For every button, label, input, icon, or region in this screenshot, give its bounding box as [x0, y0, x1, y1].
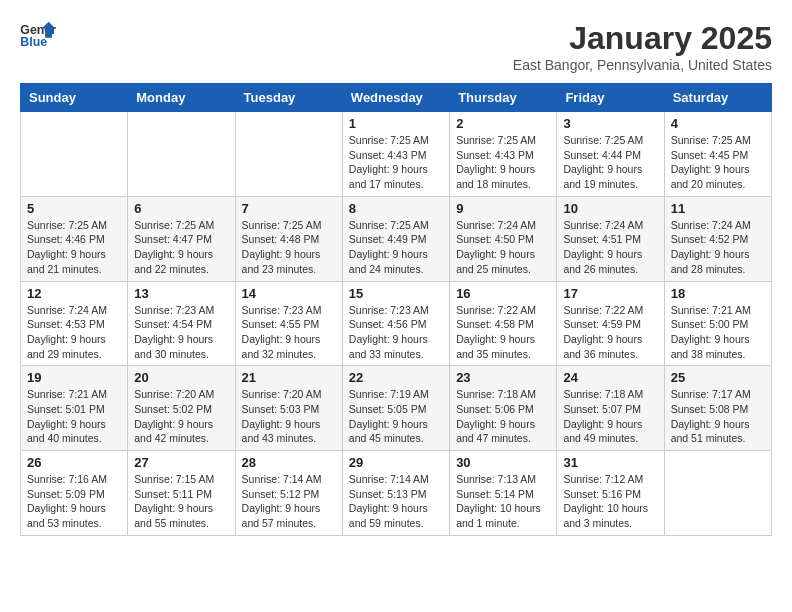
- day-number: 24: [563, 370, 657, 385]
- day-info: Sunrise: 7:17 AM Sunset: 5:08 PM Dayligh…: [671, 387, 765, 446]
- header: General Blue January 2025 East Bangor, P…: [20, 20, 772, 73]
- day-info: Sunrise: 7:18 AM Sunset: 5:07 PM Dayligh…: [563, 387, 657, 446]
- svg-text:Blue: Blue: [20, 35, 47, 49]
- day-info: Sunrise: 7:25 AM Sunset: 4:43 PM Dayligh…: [349, 133, 443, 192]
- day-number: 13: [134, 286, 228, 301]
- calendar-cell: 17Sunrise: 7:22 AM Sunset: 4:59 PM Dayli…: [557, 281, 664, 366]
- calendar-cell: 21Sunrise: 7:20 AM Sunset: 5:03 PM Dayli…: [235, 366, 342, 451]
- weekday-header-cell: Thursday: [450, 84, 557, 112]
- day-number: 20: [134, 370, 228, 385]
- calendar-week-row: 12Sunrise: 7:24 AM Sunset: 4:53 PM Dayli…: [21, 281, 772, 366]
- weekday-header-cell: Monday: [128, 84, 235, 112]
- day-number: 7: [242, 201, 336, 216]
- calendar-cell: 9Sunrise: 7:24 AM Sunset: 4:50 PM Daylig…: [450, 196, 557, 281]
- weekday-header-cell: Tuesday: [235, 84, 342, 112]
- day-number: 2: [456, 116, 550, 131]
- calendar-cell: 12Sunrise: 7:24 AM Sunset: 4:53 PM Dayli…: [21, 281, 128, 366]
- calendar-cell: 27Sunrise: 7:15 AM Sunset: 5:11 PM Dayli…: [128, 451, 235, 536]
- day-info: Sunrise: 7:24 AM Sunset: 4:53 PM Dayligh…: [27, 303, 121, 362]
- day-number: 11: [671, 201, 765, 216]
- day-number: 8: [349, 201, 443, 216]
- day-number: 16: [456, 286, 550, 301]
- day-info: Sunrise: 7:23 AM Sunset: 4:55 PM Dayligh…: [242, 303, 336, 362]
- day-info: Sunrise: 7:14 AM Sunset: 5:12 PM Dayligh…: [242, 472, 336, 531]
- calendar-week-row: 1Sunrise: 7:25 AM Sunset: 4:43 PM Daylig…: [21, 112, 772, 197]
- day-info: Sunrise: 7:12 AM Sunset: 5:16 PM Dayligh…: [563, 472, 657, 531]
- calendar-cell: 28Sunrise: 7:14 AM Sunset: 5:12 PM Dayli…: [235, 451, 342, 536]
- day-info: Sunrise: 7:20 AM Sunset: 5:03 PM Dayligh…: [242, 387, 336, 446]
- weekday-header-cell: Sunday: [21, 84, 128, 112]
- calendar-cell: 6Sunrise: 7:25 AM Sunset: 4:47 PM Daylig…: [128, 196, 235, 281]
- day-number: 4: [671, 116, 765, 131]
- day-number: 22: [349, 370, 443, 385]
- calendar-cell: 14Sunrise: 7:23 AM Sunset: 4:55 PM Dayli…: [235, 281, 342, 366]
- day-number: 25: [671, 370, 765, 385]
- day-info: Sunrise: 7:21 AM Sunset: 5:01 PM Dayligh…: [27, 387, 121, 446]
- day-number: 14: [242, 286, 336, 301]
- day-info: Sunrise: 7:23 AM Sunset: 4:56 PM Dayligh…: [349, 303, 443, 362]
- day-info: Sunrise: 7:22 AM Sunset: 4:59 PM Dayligh…: [563, 303, 657, 362]
- calendar-cell: 5Sunrise: 7:25 AM Sunset: 4:46 PM Daylig…: [21, 196, 128, 281]
- weekday-header-row: SundayMondayTuesdayWednesdayThursdayFrid…: [21, 84, 772, 112]
- calendar-cell: 29Sunrise: 7:14 AM Sunset: 5:13 PM Dayli…: [342, 451, 449, 536]
- day-info: Sunrise: 7:25 AM Sunset: 4:49 PM Dayligh…: [349, 218, 443, 277]
- day-number: 12: [27, 286, 121, 301]
- calendar-cell: [235, 112, 342, 197]
- day-number: 17: [563, 286, 657, 301]
- day-number: 29: [349, 455, 443, 470]
- weekday-header-cell: Saturday: [664, 84, 771, 112]
- calendar-cell: 15Sunrise: 7:23 AM Sunset: 4:56 PM Dayli…: [342, 281, 449, 366]
- day-number: 30: [456, 455, 550, 470]
- day-number: 21: [242, 370, 336, 385]
- weekday-header-cell: Wednesday: [342, 84, 449, 112]
- day-info: Sunrise: 7:16 AM Sunset: 5:09 PM Dayligh…: [27, 472, 121, 531]
- calendar: SundayMondayTuesdayWednesdayThursdayFrid…: [20, 83, 772, 536]
- calendar-cell: 7Sunrise: 7:25 AM Sunset: 4:48 PM Daylig…: [235, 196, 342, 281]
- calendar-cell: 4Sunrise: 7:25 AM Sunset: 4:45 PM Daylig…: [664, 112, 771, 197]
- calendar-week-row: 5Sunrise: 7:25 AM Sunset: 4:46 PM Daylig…: [21, 196, 772, 281]
- day-number: 31: [563, 455, 657, 470]
- logo: General Blue: [20, 20, 56, 50]
- day-info: Sunrise: 7:25 AM Sunset: 4:45 PM Dayligh…: [671, 133, 765, 192]
- day-info: Sunrise: 7:24 AM Sunset: 4:52 PM Dayligh…: [671, 218, 765, 277]
- calendar-cell: 22Sunrise: 7:19 AM Sunset: 5:05 PM Dayli…: [342, 366, 449, 451]
- title-area: January 2025 East Bangor, Pennsylvania, …: [513, 20, 772, 73]
- calendar-cell: 25Sunrise: 7:17 AM Sunset: 5:08 PM Dayli…: [664, 366, 771, 451]
- day-number: 23: [456, 370, 550, 385]
- calendar-cell: 11Sunrise: 7:24 AM Sunset: 4:52 PM Dayli…: [664, 196, 771, 281]
- calendar-cell: 13Sunrise: 7:23 AM Sunset: 4:54 PM Dayli…: [128, 281, 235, 366]
- day-number: 9: [456, 201, 550, 216]
- calendar-week-row: 19Sunrise: 7:21 AM Sunset: 5:01 PM Dayli…: [21, 366, 772, 451]
- calendar-cell: 31Sunrise: 7:12 AM Sunset: 5:16 PM Dayli…: [557, 451, 664, 536]
- day-info: Sunrise: 7:25 AM Sunset: 4:46 PM Dayligh…: [27, 218, 121, 277]
- calendar-body: 1Sunrise: 7:25 AM Sunset: 4:43 PM Daylig…: [21, 112, 772, 536]
- day-number: 6: [134, 201, 228, 216]
- day-info: Sunrise: 7:25 AM Sunset: 4:44 PM Dayligh…: [563, 133, 657, 192]
- day-info: Sunrise: 7:23 AM Sunset: 4:54 PM Dayligh…: [134, 303, 228, 362]
- day-number: 15: [349, 286, 443, 301]
- location-subtitle: East Bangor, Pennsylvania, United States: [513, 57, 772, 73]
- day-number: 18: [671, 286, 765, 301]
- calendar-cell: 26Sunrise: 7:16 AM Sunset: 5:09 PM Dayli…: [21, 451, 128, 536]
- day-info: Sunrise: 7:24 AM Sunset: 4:50 PM Dayligh…: [456, 218, 550, 277]
- calendar-cell: 23Sunrise: 7:18 AM Sunset: 5:06 PM Dayli…: [450, 366, 557, 451]
- day-info: Sunrise: 7:22 AM Sunset: 4:58 PM Dayligh…: [456, 303, 550, 362]
- day-number: 19: [27, 370, 121, 385]
- month-title: January 2025: [513, 20, 772, 57]
- day-number: 27: [134, 455, 228, 470]
- day-number: 10: [563, 201, 657, 216]
- calendar-cell: 8Sunrise: 7:25 AM Sunset: 4:49 PM Daylig…: [342, 196, 449, 281]
- day-number: 3: [563, 116, 657, 131]
- day-number: 26: [27, 455, 121, 470]
- day-info: Sunrise: 7:15 AM Sunset: 5:11 PM Dayligh…: [134, 472, 228, 531]
- calendar-cell: [128, 112, 235, 197]
- weekday-header-cell: Friday: [557, 84, 664, 112]
- calendar-week-row: 26Sunrise: 7:16 AM Sunset: 5:09 PM Dayli…: [21, 451, 772, 536]
- day-info: Sunrise: 7:14 AM Sunset: 5:13 PM Dayligh…: [349, 472, 443, 531]
- calendar-cell: 19Sunrise: 7:21 AM Sunset: 5:01 PM Dayli…: [21, 366, 128, 451]
- logo-icon: General Blue: [20, 20, 56, 50]
- calendar-cell: [664, 451, 771, 536]
- day-info: Sunrise: 7:25 AM Sunset: 4:48 PM Dayligh…: [242, 218, 336, 277]
- day-number: 1: [349, 116, 443, 131]
- calendar-cell: 10Sunrise: 7:24 AM Sunset: 4:51 PM Dayli…: [557, 196, 664, 281]
